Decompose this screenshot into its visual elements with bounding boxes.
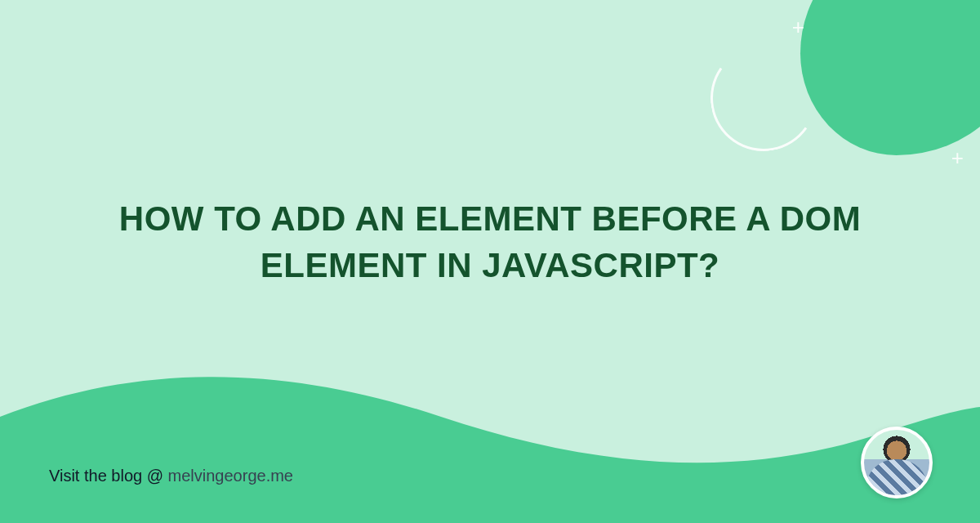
plus-icon: + (951, 147, 964, 168)
decorative-blob (800, 0, 980, 155)
avatar (861, 427, 933, 498)
footer-prefix: Visit the blog @ (49, 467, 168, 485)
plus-icon: + (792, 16, 804, 38)
footer-text: Visit the blog @ melvingeorge.me (49, 467, 293, 485)
page-title: HOW TO ADD AN ELEMENT BEFORE A DOM ELEME… (49, 196, 931, 288)
footer-site[interactable]: melvingeorge.me (168, 467, 293, 485)
decorative-wave (0, 343, 980, 523)
